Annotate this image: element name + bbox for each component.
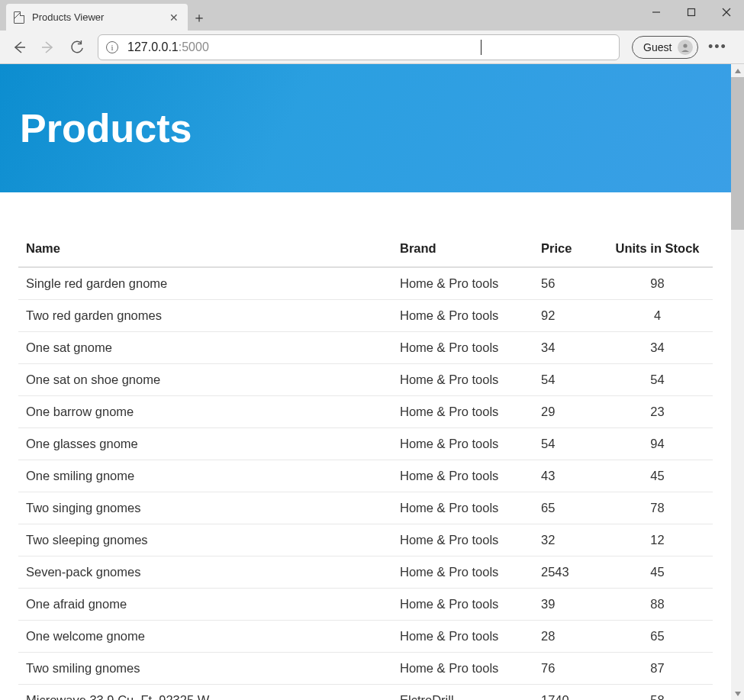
page-favicon-icon [14,11,24,24]
tab-title: Products Viewer [32,11,168,23]
col-header-stock: Units in Stock [602,235,713,267]
table-row: Single red garden gnomeHome & Pro tools5… [18,267,713,300]
cell-brand: Home & Pro tools [392,428,533,460]
cell-price: 65 [533,492,602,524]
col-header-name: Name [18,235,392,267]
new-tab-button[interactable]: ＋ [188,4,211,31]
cell-price: 34 [533,332,602,364]
cell-price: 29 [533,396,602,428]
cell-name: Two red garden gnomes [18,300,392,332]
cell-stock: 87 [602,653,713,685]
page-content: Products Name Brand Price Units in Stock… [0,64,731,700]
window-controls [639,0,744,24]
cell-brand: Home & Pro tools [392,300,533,332]
cell-stock: 94 [602,428,713,460]
cell-brand: ElctroDrill [392,685,533,701]
table-row: Two singing gnomesHome & Pro tools6578 [18,492,713,524]
table-row: One smiling gnomeHome & Pro tools4345 [18,460,713,492]
cell-price: 39 [533,589,602,621]
cell-stock: 45 [602,556,713,589]
cell-stock: 54 [602,364,713,396]
cell-brand: Home & Pro tools [392,267,533,300]
scroll-up-icon[interactable] [731,64,744,77]
cell-name: One welcome gnome [18,621,392,653]
window-minimize-button[interactable] [639,0,674,24]
cell-name: One sat on shoe gnome [18,364,392,396]
cell-stock: 34 [602,332,713,364]
window-close-button[interactable] [709,0,744,24]
table-row: Two sleeping gnomesHome & Pro tools3212 [18,524,713,556]
tab-close-icon[interactable]: ✕ [168,10,180,25]
svg-point-6 [684,44,688,47]
products-table: Name Brand Price Units in Stock Single r… [18,235,713,700]
cell-price: 56 [533,267,602,300]
cell-brand: Home & Pro tools [392,556,533,589]
cell-stock: 45 [602,460,713,492]
table-row: Two smiling gnomesHome & Pro tools7687 [18,653,713,685]
page-hero: Products [0,64,731,192]
cell-price: 2543 [533,556,602,589]
cell-name: Single red garden gnome [18,267,392,300]
table-row: One afraid gnomeHome & Pro tools3988 [18,589,713,621]
table-row: Microwave 33.9 Cu. Ft. 92325 WElctroDril… [18,685,713,701]
forward-button[interactable] [35,34,61,60]
cell-brand: Home & Pro tools [392,332,533,364]
cell-name: Two smiling gnomes [18,653,392,685]
cell-brand: Home & Pro tools [392,621,533,653]
svg-rect-1 [688,9,695,16]
profile-button[interactable]: Guest [632,36,698,59]
refresh-button[interactable] [64,34,90,60]
table-row: One welcome gnomeHome & Pro tools2865 [18,621,713,653]
cell-stock: 78 [602,492,713,524]
table-row: One sat on shoe gnomeHome & Pro tools545… [18,364,713,396]
cell-price: 92 [533,300,602,332]
cell-price: 43 [533,460,602,492]
cell-name: One glasses gnome [18,428,392,460]
table-row: One glasses gnomeHome & Pro tools5494 [18,428,713,460]
scroll-thumb[interactable] [731,77,744,230]
cell-name: Two singing gnomes [18,492,392,524]
cell-brand: Home & Pro tools [392,396,533,428]
cell-price: 28 [533,621,602,653]
avatar-icon [678,40,693,55]
cell-brand: Home & Pro tools [392,364,533,396]
browser-toolbar: i 127.0.0.1:5000 Guest ••• [0,31,744,64]
scrollbar[interactable] [731,64,744,700]
cell-brand: Home & Pro tools [392,524,533,556]
cell-name: Two sleeping gnomes [18,524,392,556]
table-header-row: Name Brand Price Units in Stock [18,235,713,267]
table-row: Two red garden gnomesHome & Pro tools924 [18,300,713,332]
cell-price: 54 [533,428,602,460]
cell-name: Microwave 33.9 Cu. Ft. 92325 W [18,685,392,701]
more-menu-button[interactable]: ••• [704,34,730,60]
browser-tab[interactable]: Products Viewer ✕ [6,4,188,31]
site-info-icon[interactable]: i [106,41,118,53]
window-maximize-button[interactable] [674,0,709,24]
url-host: 127.0.0.1 [127,40,179,54]
table-row: One sat gnomeHome & Pro tools3434 [18,332,713,364]
cell-stock: 88 [602,589,713,621]
address-bar[interactable]: i 127.0.0.1:5000 [98,34,620,60]
cell-name: One afraid gnome [18,589,392,621]
col-header-price: Price [533,235,602,267]
cell-brand: Home & Pro tools [392,492,533,524]
scroll-down-icon[interactable] [731,687,744,700]
browser-titlebar: Products Viewer ✕ ＋ [0,0,744,31]
url-port: :5000 [179,40,209,54]
cell-price: 1740 [533,685,602,701]
cell-stock: 58 [602,685,713,701]
cell-price: 76 [533,653,602,685]
cell-name: Seven-pack gnomes [18,556,392,589]
col-header-brand: Brand [392,235,533,267]
cell-name: One sat gnome [18,332,392,364]
back-button[interactable] [6,34,32,60]
page-body: Name Brand Price Units in Stock Single r… [0,192,731,700]
page-viewport: Products Name Brand Price Units in Stock… [0,64,744,700]
table-row: Seven-pack gnomesHome & Pro tools254345 [18,556,713,589]
text-caret-icon [481,40,482,55]
cell-stock: 23 [602,396,713,428]
cell-brand: Home & Pro tools [392,589,533,621]
table-row: One barrow gnomeHome & Pro tools2923 [18,396,713,428]
cell-brand: Home & Pro tools [392,653,533,685]
cell-price: 54 [533,364,602,396]
